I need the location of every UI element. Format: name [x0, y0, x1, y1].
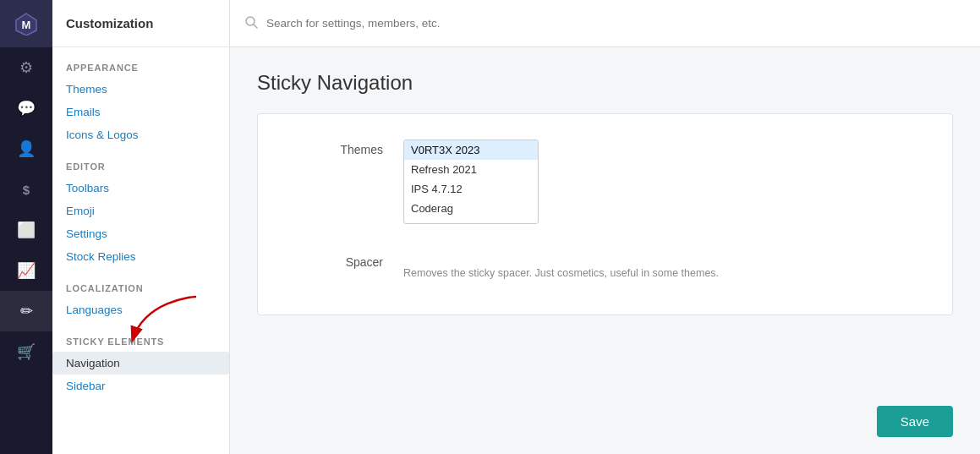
sidebar-item-emoji[interactable]: Emoji	[52, 200, 229, 222]
sidebar-item-navigation[interactable]: Navigation	[52, 352, 229, 375]
sidebar-item-icons-logos[interactable]: Icons & Logos	[52, 123, 229, 146]
svg-text:M: M	[22, 19, 31, 31]
sidebar-item-themes[interactable]: Themes	[52, 78, 229, 101]
themes-control: V0RT3X 2023 Refresh 2021 IPS 4.7.12 Code…	[403, 139, 928, 225]
sidebar-item-toolbars[interactable]: Toolbars	[52, 177, 229, 200]
search-bar	[230, 0, 980, 47]
sidebar-icon-users[interactable]: 👤	[0, 129, 52, 169]
sidebar-icon-chart[interactable]: 📈	[0, 250, 52, 291]
theme-option-2[interactable]: IPS 4.7.12	[404, 179, 538, 199]
svg-line-3	[254, 25, 257, 28]
sidebar: Customization APPEARANCE Themes Emails I…	[52, 0, 230, 454]
sidebar-icon-chat[interactable]: 💬	[0, 88, 52, 129]
sidebar-icon-shop[interactable]: 🛒	[0, 331, 52, 372]
sidebar-item-emails[interactable]: Emails	[52, 101, 229, 123]
sidebar-item-sidebar[interactable]: Sidebar	[52, 375, 229, 397]
section-editor: EDITOR	[52, 146, 229, 177]
spacer-label: Spacer	[282, 255, 383, 269]
app-logo[interactable]: M	[0, 0, 52, 47]
content-area: Sticky Navigation Themes V0RT3X 2023 Ref…	[230, 47, 980, 406]
icon-bar: M ⚙ 💬 👤 $ ⬜ 📈 ✏ 🛒	[0, 0, 52, 454]
sidebar-icon-pen[interactable]: ✏	[0, 291, 52, 331]
sidebar-item-stock-replies[interactable]: Stock Replies	[52, 245, 229, 268]
theme-option-3[interactable]: Coderag	[404, 199, 538, 218]
sidebar-item-settings[interactable]: Settings	[52, 222, 229, 245]
spacer-control: Removes the sticky spacer. Just cosmetic…	[403, 245, 719, 279]
section-sticky-elements: STICKY ELEMENTS	[52, 321, 229, 352]
page-title: Sticky Navigation	[257, 71, 953, 95]
spacer-row: Spacer Removes the sticky spacer. Just c…	[282, 245, 928, 279]
sidebar-icon-money[interactable]: $	[0, 169, 52, 210]
sidebar-title: Customization	[52, 0, 229, 47]
main-content: Sticky Navigation Themes V0RT3X 2023 Ref…	[230, 0, 980, 454]
section-appearance: APPEARANCE	[52, 47, 229, 78]
theme-option-1[interactable]: Refresh 2021	[404, 160, 538, 179]
themes-label: Themes	[282, 139, 383, 156]
sidebar-nav: APPEARANCE Themes Emails Icons & Logos E…	[52, 47, 229, 454]
settings-card: Themes V0RT3X 2023 Refresh 2021 IPS 4.7.…	[257, 113, 953, 315]
themes-row: Themes V0RT3X 2023 Refresh 2021 IPS 4.7.…	[282, 139, 928, 225]
themes-select[interactable]: V0RT3X 2023 Refresh 2021 IPS 4.7.12 Code…	[403, 139, 539, 224]
actions-bar: Save	[230, 406, 980, 454]
sidebar-icon-settings[interactable]: ⚙	[0, 47, 52, 88]
sidebar-icon-copy[interactable]: ⬜	[0, 210, 52, 250]
section-localization: LOCALIZATION	[52, 268, 229, 298]
theme-option-0[interactable]: V0RT3X 2023	[404, 140, 538, 160]
sidebar-item-languages[interactable]: Languages	[52, 298, 229, 321]
search-icon	[245, 16, 258, 31]
save-button[interactable]: Save	[877, 406, 953, 437]
spacer-hint: Removes the sticky spacer. Just cosmetic…	[403, 267, 719, 279]
search-input[interactable]	[266, 17, 965, 30]
